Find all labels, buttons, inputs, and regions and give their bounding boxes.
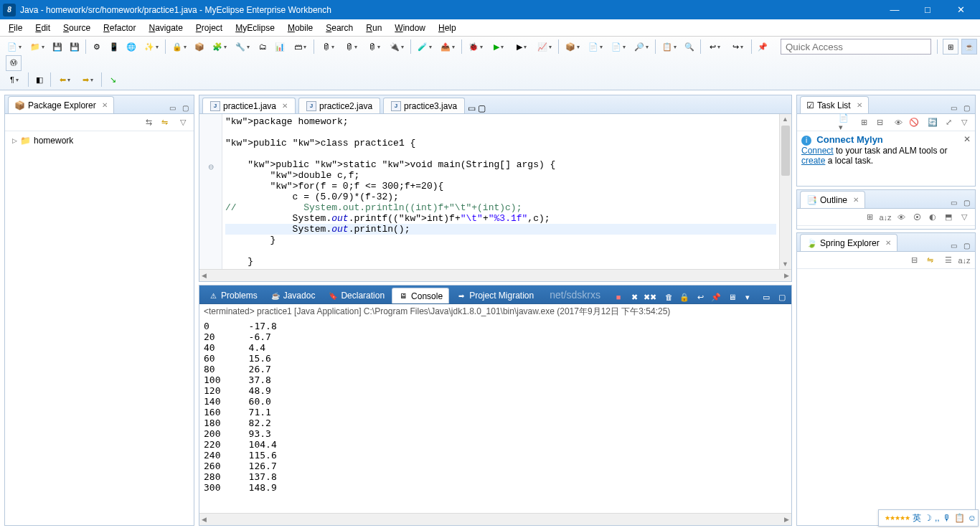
view-menu-icon[interactable]: ▽: [958, 211, 971, 224]
step-button[interactable]: ↘: [105, 72, 121, 88]
outline-tab[interactable]: 📑 Outline ✕: [800, 191, 865, 208]
show-whitespace-button[interactable]: ¶: [4, 72, 25, 88]
source-editor[interactable]: "kw">package homework; "kw">public "kw">…: [222, 114, 779, 269]
editor-tab-practice3-java[interactable]: Jpractice3.java: [383, 98, 465, 113]
tool-5[interactable]: 🗂: [255, 39, 270, 55]
maximize-bottom-icon[interactable]: ▢: [776, 291, 788, 303]
hide-local-icon[interactable]: ⬒: [942, 211, 955, 224]
link-icon[interactable]: ⇋: [923, 254, 936, 267]
ime-lang[interactable]: 英: [913, 512, 921, 524]
nav-back-annotation[interactable]: ↩: [704, 39, 725, 55]
close-icon[interactable]: ✕: [102, 101, 108, 109]
editor-horizontal-scrollbar[interactable]: [199, 269, 791, 281]
db-button-4[interactable]: 🔌: [386, 39, 407, 55]
open-console-icon[interactable]: ▾: [741, 291, 754, 303]
collapse-all-icon[interactable]: ⇆: [142, 116, 155, 129]
debug-button[interactable]: 🐞: [465, 39, 486, 55]
close-icon[interactable]: ✕: [853, 196, 859, 204]
java-perspective-button[interactable]: ☕: [961, 39, 977, 55]
project-node[interactable]: ▷ 📁 homework: [9, 134, 189, 147]
console-output[interactable]: 0 -17.8 20 -6.7 40 4.4 60 15.6 80 26.7 1…: [199, 319, 791, 513]
bottom-tab-declaration[interactable]: 🔖Declaration: [322, 288, 390, 303]
schedule-icon[interactable]: ⊟: [873, 116, 886, 129]
nav-forward-annotation[interactable]: ↪: [727, 39, 748, 55]
spring-tab[interactable]: 🍃 Spring Explorer ✕: [800, 234, 897, 251]
maximize-view-icon[interactable]: ▢: [961, 197, 972, 208]
az-icon[interactable]: a↓z: [879, 211, 892, 224]
hide-static-icon[interactable]: ⦿: [910, 211, 923, 224]
menu-help[interactable]: Help: [433, 22, 462, 34]
menu-refactor[interactable]: Refactor: [98, 22, 141, 34]
launch-mobile-button[interactable]: 📱: [106, 39, 122, 55]
package-explorer-tab[interactable]: 📦 Package Explorer ✕: [8, 96, 114, 113]
menu-source[interactable]: Source: [57, 22, 96, 34]
tool-7[interactable]: 🗃: [289, 39, 311, 55]
focus-icon[interactable]: 👁: [892, 116, 905, 129]
maximize-view-icon[interactable]: ▢: [961, 240, 972, 251]
mylyn-connect-link[interactable]: Connect: [801, 146, 834, 156]
menu-edit[interactable]: Edit: [29, 22, 56, 34]
editor-vertical-scrollbar[interactable]: [779, 114, 791, 269]
menu-window[interactable]: Window: [389, 22, 431, 34]
ime-clipboard-icon[interactable]: 📋: [954, 513, 965, 523]
sort-icon[interactable]: ⊞: [863, 211, 876, 224]
bottom-tab-problems[interactable]: ⚠Problems: [202, 288, 263, 303]
menu-search[interactable]: Search: [320, 22, 359, 34]
new-class-button[interactable]: 📄: [585, 39, 606, 55]
minimize-button[interactable]: —: [878, 0, 911, 19]
build-button[interactable]: 🧪: [414, 39, 435, 55]
new-interface-button[interactable]: 📄: [608, 39, 629, 55]
scroll-lock-icon[interactable]: 🔒: [678, 291, 691, 303]
minimize-view-icon[interactable]: ▭: [948, 240, 959, 251]
db-button-1[interactable]: 🛢: [317, 39, 339, 55]
collapse-icon[interactable]: ⊟: [908, 254, 920, 267]
menu-file[interactable]: File: [3, 22, 28, 34]
minimize-bottom-icon[interactable]: ▭: [760, 291, 773, 303]
expander-icon[interactable]: ▷: [12, 137, 17, 144]
editor-tab-practice1-java[interactable]: Jpractice1.java✕: [202, 98, 296, 113]
minimize-view-icon[interactable]: ▭: [166, 102, 178, 113]
deploy-button[interactable]: 📤: [437, 39, 458, 55]
maximize-button[interactable]: □: [911, 0, 944, 19]
hide-nonpublic-icon[interactable]: ◐: [926, 211, 939, 224]
new-package-button[interactable]: 📦: [562, 39, 583, 55]
db-button-2[interactable]: 🛢: [340, 39, 362, 55]
console-horizontal-scrollbar[interactable]: [199, 513, 791, 525]
toggle-mark-button[interactable]: ◧: [32, 72, 47, 88]
wrap-icon[interactable]: ↩: [694, 291, 707, 303]
view-menu-icon[interactable]: ▽: [958, 116, 971, 129]
save-button[interactable]: 💾: [50, 39, 65, 55]
close-icon[interactable]: ✕: [282, 102, 288, 110]
new-project-button[interactable]: 📁: [27, 39, 48, 55]
myeclipse-perspective-button[interactable]: Ⓜ: [6, 55, 22, 71]
editor-tab-practice2-java[interactable]: Jpractice2.java: [298, 98, 380, 113]
maximize-view-icon[interactable]: ▢: [179, 102, 191, 113]
bottom-tab-project-migration[interactable]: ➡Project Migration: [451, 288, 540, 303]
tool-2[interactable]: 📦: [192, 39, 207, 55]
minimize-view-icon[interactable]: ▭: [948, 102, 959, 113]
nav-forward-button[interactable]: ➡: [77, 72, 98, 88]
tool-4[interactable]: 🔧: [232, 39, 253, 55]
terminate-icon[interactable]: ■: [612, 291, 625, 303]
deploy-server-button[interactable]: ⚙: [89, 39, 105, 55]
wand-button[interactable]: ✨: [141, 39, 162, 55]
minimize-editor-icon[interactable]: ▭: [468, 103, 476, 113]
save-all-button[interactable]: 💾: [67, 39, 83, 55]
close-button[interactable]: ✕: [944, 0, 977, 19]
hide-icon[interactable]: 🚫: [908, 116, 920, 129]
perspective-open-button[interactable]: ⊞: [943, 39, 958, 55]
display-console-icon[interactable]: 🖥: [725, 291, 738, 303]
run-button[interactable]: ▶: [488, 39, 509, 55]
collapse-icon[interactable]: ⤢: [942, 116, 955, 129]
close-icon[interactable]: ✕: [885, 239, 891, 247]
task-list-tab[interactable]: ☑ Task List ✕: [800, 96, 869, 113]
tool-1[interactable]: 🔒: [169, 39, 190, 55]
menu-myeclipse[interactable]: MyEclipse: [230, 22, 281, 34]
menu-navigate[interactable]: Navigate: [143, 22, 188, 34]
bottom-tab-console[interactable]: 🖥Console: [392, 288, 449, 303]
open-task-button[interactable]: 📋: [659, 39, 680, 55]
maximize-view-icon[interactable]: ▢: [961, 102, 972, 113]
close-icon[interactable]: ✕: [857, 101, 862, 109]
link-editor-icon[interactable]: ⇋: [158, 116, 171, 129]
new-button[interactable]: 📄: [4, 39, 25, 55]
